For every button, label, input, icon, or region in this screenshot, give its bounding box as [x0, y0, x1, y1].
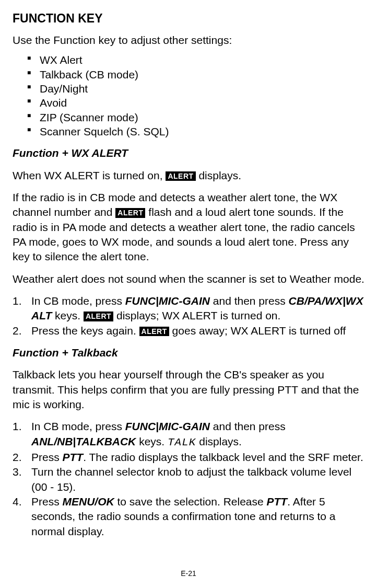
text: . The radio displays the talkback level …	[83, 451, 363, 463]
step: Press PTT. The radio displays the talkba…	[13, 450, 367, 465]
list-item: Avoid	[27, 96, 367, 110]
step: Turn the channel selector knob to adjust…	[13, 465, 367, 494]
intro-text: Use the Function key to adjust other set…	[13, 33, 367, 48]
settings-list: WX Alert Talkback (CB mode) Day/Night Av…	[27, 53, 367, 139]
text: In CB mode, press	[31, 420, 125, 432]
list-item: Scanner Squelch (S. SQL)	[27, 124, 367, 139]
text: Press	[31, 451, 63, 463]
text: displays.	[196, 169, 242, 181]
paragraph: When WX ALERT is turned on, ALERT displa…	[13, 168, 367, 183]
text: Press	[31, 495, 63, 508]
text: keys.	[136, 435, 168, 447]
subsection-heading-wx: Function + WX ALERT	[13, 146, 367, 160]
paragraph: Talkback lets you hear yourself through …	[13, 367, 367, 412]
key-label: FUNC|MIC-GAIN	[125, 420, 210, 432]
key-label: FUNC|MIC-GAIN	[125, 295, 210, 307]
subsection-heading-talkback: Function + Talkback	[13, 345, 367, 360]
text: In CB mode, press	[31, 295, 125, 307]
page-number: E-21	[0, 569, 377, 579]
step: Press the keys again. ALERT goes away; W…	[13, 324, 367, 338]
list-item: Day/Night	[27, 82, 367, 96]
key-label: ANL/NB|TALKBACK	[31, 435, 136, 447]
section-heading: FUNCTION KEY	[13, 10, 367, 27]
text: keys.	[52, 309, 84, 321]
alert-badge: ALERT	[84, 312, 113, 321]
text: and then press	[210, 295, 289, 307]
wx-steps: In CB mode, press FUNC|MIC-GAIN and then…	[13, 294, 367, 338]
paragraph: Weather alert does not sound when the sc…	[13, 272, 367, 286]
text: When WX ALERT is turned on,	[13, 169, 166, 181]
text: to save the selection. Release	[114, 495, 267, 508]
text: displays; WX ALERT is turned on.	[113, 309, 280, 321]
alert-badge: ALERT	[166, 171, 195, 181]
key-label: PTT	[63, 451, 84, 463]
alert-badge: ALERT	[139, 327, 169, 337]
text: and then press	[210, 420, 286, 432]
step: In CB mode, press FUNC|MIC-GAIN and then…	[13, 419, 367, 450]
text: goes away; WX ALERT is turned off	[169, 325, 346, 337]
list-item: WX Alert	[27, 53, 367, 67]
list-item: Talkback (CB mode)	[27, 67, 367, 82]
talkback-steps: In CB mode, press FUNC|MIC-GAIN and then…	[13, 419, 367, 539]
step: Press MENU/OK to save the selection. Rel…	[13, 494, 367, 539]
paragraph: If the radio is in CB mode and detects a…	[13, 190, 367, 264]
step: In CB mode, press FUNC|MIC-GAIN and then…	[13, 294, 367, 324]
list-item: ZIP (Scanner mode)	[27, 110, 367, 124]
key-label: PTT	[267, 495, 288, 508]
display-text: TALK	[168, 436, 196, 448]
text: displays.	[196, 435, 242, 447]
text: Press the keys again.	[31, 325, 139, 337]
alert-badge: ALERT	[115, 208, 145, 218]
key-label: MENU/OK	[63, 495, 114, 508]
